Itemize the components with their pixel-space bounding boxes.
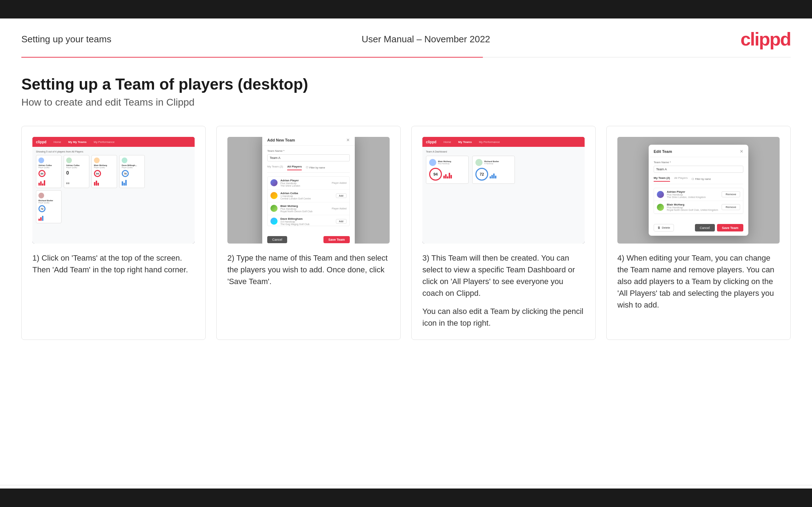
mock-player-5: Richard Butler Player Quality 72 <box>36 190 62 223</box>
player-list: Adrian Player Plus Handicap The Shire Lo… <box>267 176 350 226</box>
brand-logo: clippd <box>740 28 791 50</box>
player-avatar-1 <box>270 179 278 186</box>
edit-player-detail-1b: The Shire London, United Kingdom <box>667 196 719 198</box>
edit-tab-my-team[interactable]: My Team (2) <box>654 176 670 182</box>
screenshot-1: clippd Home My My Teams My Performance S… <box>32 137 195 244</box>
modal-tabs: My Team (2) All Players ☐ Filter by name <box>267 165 350 173</box>
add-team-modal[interactable]: Add New Team ✕ Team Name * My Team (2) A… <box>262 137 355 244</box>
filter-by-name: ☐ Filter by name <box>306 165 325 170</box>
player-name-4: Dave Billingham <box>280 217 333 220</box>
mock-player-1: Adrian Colba Player Quality 84 <box>36 155 62 188</box>
save-team-button[interactable]: Save Team <box>323 236 350 243</box>
remove-player-1-button[interactable]: Remove <box>722 191 740 197</box>
document-title: User Manual – November 2022 <box>362 34 490 45</box>
player-detail-2: 1 Handicap <box>280 195 333 197</box>
player-info-4: Dave Billingham 3.6 Handicap The Gog Mag… <box>280 217 333 225</box>
edit-player-avatar-1 <box>657 191 664 198</box>
player-detail-4b: The Gog Magog Golf Club <box>280 223 333 225</box>
tab-my-team[interactable]: My Team (2) <box>267 165 283 170</box>
top-bar <box>0 0 812 18</box>
card-3-description-2: You can also edit a Team by clicking the… <box>422 305 585 329</box>
team-name-label: Team Name * <box>267 149 350 153</box>
edit-modal-body: Team Name * My Team (2) All Players ☐ Fi… <box>649 157 748 221</box>
delete-team-button[interactable]: 🗑 Delete <box>654 224 674 231</box>
header: Setting up your teams User Manual – Nove… <box>0 18 812 57</box>
close-icon[interactable]: ✕ <box>346 138 350 143</box>
edit-modal-title: Edit Team <box>654 149 672 154</box>
edit-player-detail-1: Plus Handicap <box>667 193 719 196</box>
edit-player-item-1: Adrian Player Plus Handicap The Shire Lo… <box>654 188 743 201</box>
edit-player-info-2: Blair McHarg Plus Handicap Royal North D… <box>667 203 719 211</box>
mock-player-cards: Adrian Colba Player Quality 84 <box>36 155 191 188</box>
mock-nav-teams-3: My Teams <box>458 140 472 144</box>
add-player-4-button[interactable]: Add <box>336 219 347 224</box>
mock-player-3: Blair McHarg Player Quality 94 <box>91 155 117 188</box>
edit-modal-footer: 🗑 Delete Cancel Save Team <box>649 221 748 236</box>
player-info-1: Adrian Player Plus Handicap The Shire Lo… <box>280 179 329 187</box>
header-divider <box>21 57 791 58</box>
remove-player-2-button[interactable]: Remove <box>722 204 740 210</box>
card-4-description: 4) When editing your Team, you can chang… <box>617 252 780 329</box>
player-item-3: Blair McHarg Plus Handicap Royal North D… <box>268 202 349 215</box>
mock-nav-home: Home <box>53 140 61 144</box>
player-detail-2b: Central London Golf Centre <box>280 197 333 200</box>
modal-body: Team Name * My Team (2) All Players ☐ Fi… <box>262 146 355 233</box>
edit-save-team-button[interactable]: Save Team <box>717 224 743 231</box>
edit-player-name-2: Blair McHarg <box>667 203 719 206</box>
page-title: Setting up a Team of players (desktop) <box>21 75 791 93</box>
edit-close-icon[interactable]: ✕ <box>740 149 743 154</box>
player-item-1: Adrian Player Plus Handicap The Shire Lo… <box>268 177 349 190</box>
player-status-1: Player Added <box>332 182 347 184</box>
player-detail-4: 3.6 Handicap <box>280 220 333 223</box>
mock-player-cards-2: Richard Butler Player Quality 72 <box>36 190 191 223</box>
edit-team-name-input[interactable] <box>654 166 743 173</box>
page-title-section: Setting up a Team of players (desktop) H… <box>0 75 812 126</box>
tab-all-players[interactable]: All Players <box>287 165 302 170</box>
edit-player-item-2: Blair McHarg Plus Handicap Royal North D… <box>654 201 743 214</box>
screenshot-3: clippd Home My Teams My Performance Team… <box>422 137 585 244</box>
card-3-description-1: 3) This Team will then be created. You c… <box>422 252 585 299</box>
player-item-4: Dave Billingham 3.6 Handicap The Gog Mag… <box>268 215 349 226</box>
cancel-button[interactable]: Cancel <box>267 236 287 243</box>
player-avatar-2 <box>270 192 278 199</box>
player-info-3: Blair McHarg Plus Handicap Royal North D… <box>280 204 329 213</box>
mock-logo-3: clippd <box>426 140 436 144</box>
cards-container: clippd Home My My Teams My Performance S… <box>0 126 812 361</box>
player-detail-3b: Royal North Devon Golf Club <box>280 210 329 213</box>
edit-player-detail-2b: Royal North Devon Golf Club, United King… <box>667 209 719 211</box>
player-name-2: Adrian Colba <box>280 192 333 195</box>
add-player-2-button[interactable]: Add <box>336 193 347 198</box>
player-name-3: Blair McHarg <box>280 204 329 208</box>
edit-player-list: Adrian Player Plus Handicap The Shire Lo… <box>654 188 743 214</box>
player-detail-1b: The Shire London <box>280 185 329 187</box>
screenshot-2: Add New Team ✕ Team Name * My Team (2) A… <box>227 137 390 244</box>
edit-modal-header: Edit Team ✕ <box>649 145 748 157</box>
bottom-bar <box>0 489 812 507</box>
team-name-input[interactable] <box>267 154 350 161</box>
player-avatar-3 <box>270 205 278 212</box>
edit-filter-by-name: ☐ Filter by name <box>692 176 711 182</box>
mock-nav-3: clippd Home My Teams My Performance <box>422 137 585 147</box>
card-2-description: 2) Type the name of this Team and then s… <box>227 252 390 329</box>
edit-player-name-1: Adrian Player <box>667 190 719 193</box>
card-3: clippd Home My Teams My Performance Team… <box>411 126 596 340</box>
edit-cancel-button[interactable]: Cancel <box>695 224 715 231</box>
modal-header: Add New Team ✕ <box>262 137 355 146</box>
player-avatar-4 <box>270 218 278 225</box>
edit-modal-tabs: My Team (2) All Players ☐ Filter by name <box>654 176 743 184</box>
mock-nav-perf-3: My Performance <box>479 140 500 144</box>
modal-footer: Cancel Save Team <box>262 233 355 244</box>
player-detail-3: Plus Handicap <box>280 208 329 210</box>
document-section: Setting up your teams <box>21 34 111 45</box>
mock-nav-1: clippd Home My My Teams My Performance <box>32 137 195 147</box>
edit-player-detail-2: Plus Handicap <box>667 206 719 209</box>
edit-tab-all-players[interactable]: All Players <box>674 176 688 182</box>
player-item-2: Adrian Colba 1 Handicap Central London G… <box>268 190 349 202</box>
mock-logo: clippd <box>36 140 46 144</box>
mock-player-4: Dave Billingh... Player Quality 78 <box>119 155 145 188</box>
edit-team-modal[interactable]: Edit Team ✕ Team Name * My Team (2) All … <box>649 145 748 236</box>
edit-player-avatar-2 <box>657 204 664 211</box>
player-detail-1: Plus Handicap <box>280 182 329 185</box>
player-card-3b: Richard Butler 4 Handicap 72 <box>472 156 515 184</box>
card-1-description: 1) Click on 'Teams' at the top of the sc… <box>32 252 195 329</box>
